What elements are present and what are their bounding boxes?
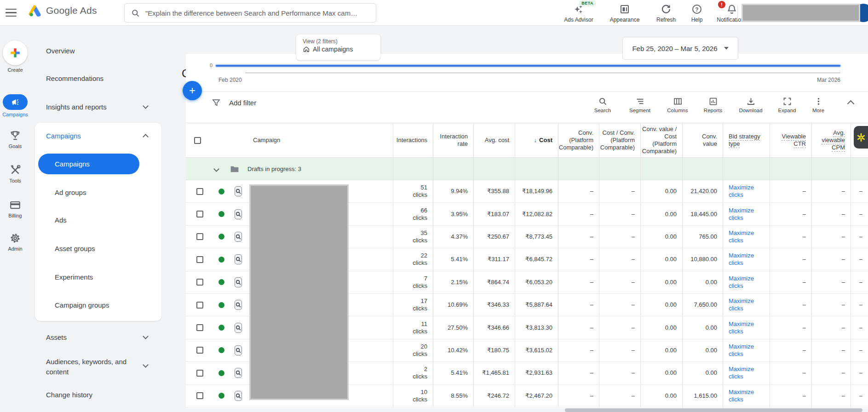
rail-item-tools[interactable]: Tools [0,164,30,183]
nav-item-overview[interactable]: Overview [46,47,75,55]
column-header-campaign[interactable]: Campaign [247,123,393,157]
status-enabled-dot [209,180,230,202]
row-checkbox[interactable] [196,279,203,286]
tools-icon [0,164,30,176]
preview-magnifier-button[interactable] [235,391,242,401]
segment-button[interactable]: Segment [623,97,656,113]
bid-strategy-link[interactable]: Maximize clicks [729,343,764,358]
row-checkbox[interactable] [196,211,203,217]
column-header-conversion-value[interactable]: Conv. value [682,123,723,157]
row-checkbox[interactable] [196,302,203,309]
bid-strategy-link[interactable]: Maximize clicks [729,366,764,380]
nav-item-insights-and-reports[interactable]: Insights and reports [46,103,107,111]
row-checkbox[interactable] [196,256,203,263]
expand-button[interactable]: Expand [770,97,804,113]
column-header-conversions[interactable]: Conv.(PlatformComparable) [558,123,599,157]
megaphone-icon [11,97,20,107]
bid-strategy-link[interactable]: Maximize clicks [729,207,764,222]
avg-viewable-cpm-cell: – [811,180,851,202]
date-range-picker[interactable]: Feb 25, 2020 – Mar 5, 2026 [622,37,738,60]
rail-item-campaigns[interactable]: Campaigns [0,94,30,117]
preview-magnifier-button[interactable] [235,323,242,333]
bid-strategy-link[interactable]: Maximize clicks [729,275,764,290]
nav-item-campaigns-active[interactable]: Campaigns [38,154,139,174]
new-campaign-fab[interactable]: + [183,81,202,100]
reports-button[interactable]: Reports [696,97,730,113]
download-button[interactable]: Download [734,97,767,113]
nav-item-experiments[interactable]: Experiments [55,273,93,281]
rail-item-admin[interactable]: Admin [0,232,30,252]
nav-item-change-history[interactable]: Change history [46,391,92,399]
status-enabled-dot [209,294,230,316]
bid-strategy-link[interactable]: Maximize clicks [729,229,764,244]
avg-cost-cell: ₹864.74 [473,271,515,293]
extra-metric-cell: – [851,271,868,293]
bid-strategy-link[interactable]: Maximize clicks [729,252,764,267]
preview-magnifier-button[interactable] [235,345,242,355]
avg-cost-cell: ₹246.72 [473,385,515,407]
add-filter-button[interactable]: Add filter [212,98,256,107]
notifications-icon: ! [726,4,737,15]
rail-item-goals[interactable]: Goals [0,130,30,149]
select-all-checkbox[interactable] [194,137,201,144]
column-header-interactions[interactable]: Interactions [393,123,433,157]
cost-per-conversion-cell: – [599,385,640,407]
nav-item-ads[interactable]: Ads [55,216,67,224]
nav-item-campaign-groups[interactable]: Campaign groups [55,301,109,309]
columns-icon [673,97,683,106]
row-checkbox[interactable] [196,188,203,195]
interaction-rate-cell: 5.41% [433,362,473,384]
help-icon: ? [691,4,702,15]
campaign-group-row[interactable]: Drafts in progress: 3 [186,158,868,180]
preview-magnifier-button[interactable] [235,186,242,196]
menu-icon[interactable] [6,9,17,17]
rail-item-billing[interactable]: Billing [0,199,30,218]
create-button[interactable]: Create [0,40,30,73]
preview-magnifier-button[interactable] [235,254,242,264]
nav-item-audiences-keywords-content[interactable]: Audiences, keywords, and content [46,357,138,377]
bid-strategy-link[interactable]: Maximize clicks [729,184,764,199]
row-checkbox[interactable] [196,370,203,377]
nav-section-campaigns[interactable]: Campaigns [46,132,81,140]
nav-item-asset-groups[interactable]: Asset groups [55,245,95,252]
column-header-cost-per-conversion[interactable]: Cost / Conv.(PlatformComparable) [599,123,640,157]
preview-magnifier-button[interactable] [235,277,242,287]
column-header-bid-strategy-type[interactable]: Bid strategy type [723,123,770,157]
preview-magnifier-button[interactable] [235,232,242,242]
column-header-viewable-ctr[interactable]: Viewable CTR [770,123,811,157]
scrollbar-thumb[interactable] [565,408,862,412]
nav-item-ad-groups[interactable]: Ad groups [55,189,86,196]
column-header-interaction-rate[interactable]: Interaction rate [433,123,473,157]
google-ads-logo[interactable]: Google Ads [29,5,97,17]
column-header-cost-sorted[interactable]: ↓ Cost [515,123,558,157]
row-checkbox[interactable] [196,347,203,354]
view-filter-chip[interactable]: View (2 filters) All campaigns [296,34,380,60]
collapse-panel-button[interactable] [848,100,853,108]
more-button[interactable]: More [802,97,835,113]
cost-per-conversion-cell: – [599,226,640,248]
ai-assistant-chip[interactable] [854,126,868,149]
more-vertical-icon [814,97,823,106]
columns-button[interactable]: Columns [661,97,694,113]
preview-magnifier-button[interactable] [235,368,242,378]
column-header-avg-viewable-cpm[interactable]: Avg. viewable CPM [811,123,851,157]
row-checkbox[interactable] [196,233,203,240]
appearance-button[interactable]: Appearance [604,4,645,23]
bid-strategy-link[interactable]: Maximize clicks [729,389,764,403]
nav-item-recommendations[interactable]: Recommendations [46,74,103,82]
bid-strategy-link[interactable]: Maximize clicks [729,298,764,312]
search-input[interactable]: "Explain the difference between Search a… [124,3,376,23]
search-table-button[interactable]: Search [586,97,619,113]
column-header-avg-cost[interactable]: Avg. cost [473,123,515,157]
caret-down-icon [724,47,729,50]
column-header-conversion-value-per-cost[interactable]: Conv. value /Cost(PlatformComparable) [640,123,682,157]
preview-magnifier-button[interactable] [235,300,242,310]
row-checkbox[interactable] [196,324,203,331]
preview-magnifier-button[interactable] [235,209,242,219]
nav-item-assets[interactable]: Assets [46,333,67,341]
status-enabled-dot [209,226,230,248]
ads-advisor-button[interactable]: BETA Ads Advisor [558,4,599,23]
bid-strategy-link[interactable]: Maximize clicks [729,320,764,335]
row-checkbox[interactable] [196,392,203,399]
group-chevron-down-icon[interactable] [209,158,230,180]
